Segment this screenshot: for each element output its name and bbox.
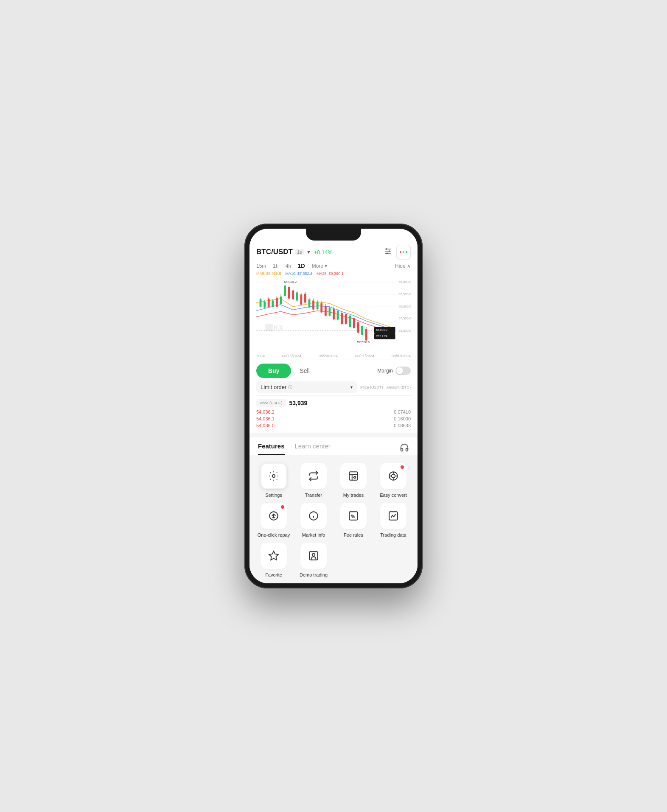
more-dots-icon	[400, 251, 407, 253]
trading-data-label: Trading data	[380, 532, 406, 538]
demo-trading-icon-wrap	[300, 543, 327, 569]
feature-trading-data[interactable]: Trading data	[376, 503, 411, 538]
feature-one-click-repay[interactable]: One-click repay	[256, 503, 291, 538]
order-info-icon: ⓘ	[288, 384, 292, 390]
svg-text:60,000.0: 60,000.0	[398, 305, 411, 308]
toggle-thumb	[396, 367, 403, 374]
order-row: Limit order ⓘ ▾ Price (USDT) Amount (BTC…	[256, 381, 411, 393]
svg-text:62,500.0: 62,500.0	[398, 292, 411, 296]
phone-notch	[306, 229, 361, 241]
svg-text:23:17:24: 23:17:24	[376, 335, 387, 338]
order-type-label: Limit order	[261, 384, 286, 390]
demo-trading-icon	[308, 550, 319, 561]
ob-amount-1: 0.07410	[394, 409, 411, 414]
dropdown-arrow[interactable]: ▼	[306, 249, 311, 255]
headset-icon[interactable]	[400, 443, 409, 454]
svg-marker-96	[269, 551, 278, 560]
one-click-repay-badge	[281, 505, 284, 509]
feature-transfer[interactable]: Transfer	[296, 463, 331, 498]
margin-toggle: Margin	[377, 367, 411, 375]
phone-frame: BTC/USDT 1s ▼ +0.14%	[244, 224, 423, 588]
phone-screen: BTC/USDT 1s ▼ +0.14%	[249, 229, 418, 583]
timeframe-4h[interactable]: 4h	[286, 263, 291, 269]
date-2: 08/16/2024	[282, 354, 301, 358]
svg-text:57,500.0: 57,500.0	[398, 316, 411, 320]
price-value: 53,939	[289, 400, 308, 406]
sell-button[interactable]: Sell	[295, 364, 314, 378]
settings-label: Settings	[265, 493, 282, 498]
ma-indicators: MA5: $5,926.5 MA10: $7,352.4 MA25: $9,36…	[249, 271, 418, 277]
timeframe-bar: 15m 1h 4h 1D More ▾ Hide ∧	[249, 261, 418, 271]
ob-price-2: 54,036.1	[256, 416, 275, 421]
features-grid: Settings Transfer	[249, 456, 418, 583]
svg-text:55,000.0: 55,000.0	[398, 329, 411, 333]
my-trades-label: My trades	[343, 493, 364, 498]
order-book-mini: Price (USDT) 53,939 54,036.2 0.07410 54,…	[256, 395, 411, 429]
ob-amount-2: 0.16000	[394, 416, 411, 421]
trade-controls: Buy Sell Margin Limit order ⓘ	[249, 359, 418, 433]
svg-text:52,528.6: 52,528.6	[357, 340, 370, 344]
feature-demo-trading[interactable]: Demo trading	[296, 543, 331, 577]
timeframe-more[interactable]: More ▾	[312, 263, 328, 269]
order-row-1: 54,036.2 0.07410	[256, 409, 411, 415]
svg-text:%: %	[351, 514, 356, 519]
timeframe-15m[interactable]: 15m	[256, 263, 266, 269]
ma25-indicator: MA25: $9,360.1	[317, 272, 344, 276]
margin-switch[interactable]	[395, 367, 411, 375]
easy-convert-icon-wrap	[380, 463, 406, 489]
sheet-tabs: Features Learn center	[249, 437, 418, 455]
price-input-row: Price (USDT) 53,939	[256, 398, 411, 409]
more-menu-button[interactable]	[396, 245, 411, 259]
price-input-field[interactable]: Price (USDT)	[256, 399, 286, 407]
transfer-icon-wrap	[300, 463, 327, 489]
timeframe-1d[interactable]: 1D	[298, 263, 305, 269]
svg-point-84	[392, 474, 395, 478]
svg-rect-97	[309, 552, 318, 560]
ma5-indicator: MA5: $5,926.5	[256, 272, 281, 276]
sliders-icon[interactable]	[384, 247, 392, 258]
buy-sell-row: Buy Sell Margin	[256, 364, 411, 378]
okx-watermark: ⬛KX	[265, 324, 284, 332]
date-3: 08/23/2024	[319, 354, 338, 358]
easy-convert-label: Easy convert	[380, 493, 407, 498]
timeframe-badge: 1s	[295, 249, 304, 255]
price-chart: ⬛KX 65,000.0 62,500.0 60,000.0 57,500.0 …	[256, 277, 411, 353]
fee-rules-icon: %	[348, 510, 359, 521]
buy-button[interactable]: Buy	[256, 364, 291, 378]
svg-point-98	[312, 554, 315, 557]
order-type-select[interactable]: Limit order ⓘ ▾	[256, 381, 357, 393]
feature-settings[interactable]: Settings	[256, 463, 291, 498]
order-row-3: 54,036.0 0.08633	[256, 422, 411, 429]
svg-point-1	[386, 248, 387, 249]
market-info-icon-wrap	[300, 503, 327, 529]
timeframe-1h[interactable]: 1h	[273, 263, 278, 269]
feature-favorite[interactable]: Favorite	[256, 543, 291, 577]
feature-fee-rules[interactable]: % Fee rules	[336, 503, 371, 538]
favorite-label: Favorite	[265, 572, 282, 577]
fee-rules-icon-wrap: %	[340, 503, 367, 529]
tab-features[interactable]: Features	[258, 442, 285, 455]
svg-text:65,010.2: 65,010.2	[284, 280, 297, 284]
svg-point-82	[354, 476, 356, 478]
header-icons	[384, 245, 411, 259]
hide-button[interactable]: Hide ∧	[395, 263, 411, 269]
ob-price-3: 54,036.0	[256, 423, 275, 428]
date-5: 09/07/2024	[392, 354, 411, 358]
ob-amount-3: 0.08633	[394, 423, 411, 428]
feature-easy-convert[interactable]: Easy convert	[376, 463, 411, 498]
ob-price-1: 54,036.2	[256, 409, 275, 414]
transfer-label: Transfer	[305, 493, 322, 498]
feature-my-trades[interactable]: My trades	[336, 463, 371, 498]
settings-icon	[268, 470, 279, 482]
bottom-sheet: Features Learn center	[249, 433, 418, 583]
chart-area: BTC/USDT 1s ▼ +0.14%	[249, 229, 418, 433]
feature-market-info[interactable]: Market info	[296, 503, 331, 538]
price-change: +0.14%	[314, 249, 332, 255]
price-col-header: Price (USDT)	[360, 385, 383, 389]
tab-learn-center[interactable]: Learn center	[295, 442, 331, 455]
margin-label: Margin	[377, 368, 393, 374]
date-1: 2024	[256, 354, 265, 358]
trading-data-icon	[388, 510, 399, 521]
svg-rect-79	[349, 472, 358, 480]
order-type-dropdown: ▾	[350, 385, 353, 389]
